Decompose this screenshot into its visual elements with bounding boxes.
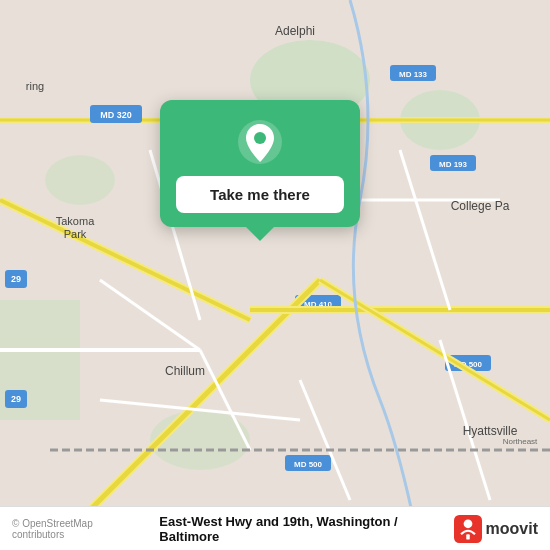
take-me-there-button[interactable]: Take me there — [176, 176, 344, 213]
svg-text:MD 193: MD 193 — [439, 160, 468, 169]
bottom-bar: © OpenStreetMap contributors East-West H… — [0, 506, 550, 550]
svg-point-53 — [463, 519, 472, 528]
svg-text:29: 29 — [11, 274, 21, 284]
svg-text:MD 320: MD 320 — [100, 110, 132, 120]
svg-text:Chillum: Chillum — [165, 364, 205, 378]
location-name: East-West Hwy and 19th — [159, 514, 309, 529]
svg-text:Hyattsville: Hyattsville — [463, 424, 518, 438]
copyright-text: © OpenStreetMap contributors — [12, 518, 144, 540]
svg-text:Takoma: Takoma — [56, 215, 95, 227]
moovit-brand-icon — [454, 515, 482, 543]
svg-text:MD 500: MD 500 — [294, 460, 323, 469]
location-info: East-West Hwy and 19th, Washington / Bal… — [159, 514, 453, 544]
location-pin-icon — [236, 118, 284, 166]
moovit-logo: moovit — [454, 515, 538, 543]
svg-text:Park: Park — [64, 228, 87, 240]
svg-text:29: 29 — [11, 394, 21, 404]
svg-text:Adelphi: Adelphi — [275, 24, 315, 38]
svg-text:MD 133: MD 133 — [399, 70, 428, 79]
map-svg: MD 320 MD 133 MD 193 MD 410 MD 500 MD 50… — [0, 0, 550, 550]
svg-point-5 — [45, 155, 115, 205]
svg-text:College Pa: College Pa — [451, 199, 510, 213]
svg-text:ring: ring — [26, 80, 44, 92]
bottom-left-info: © OpenStreetMap contributors East-West H… — [12, 514, 454, 544]
svg-rect-54 — [466, 534, 470, 539]
map-container: MD 320 MD 133 MD 193 MD 410 MD 500 MD 50… — [0, 0, 550, 550]
svg-point-51 — [254, 132, 266, 144]
popup-card: Take me there — [160, 100, 360, 227]
svg-text:Northeast: Northeast — [503, 437, 538, 446]
moovit-brand-name: moovit — [486, 520, 538, 538]
